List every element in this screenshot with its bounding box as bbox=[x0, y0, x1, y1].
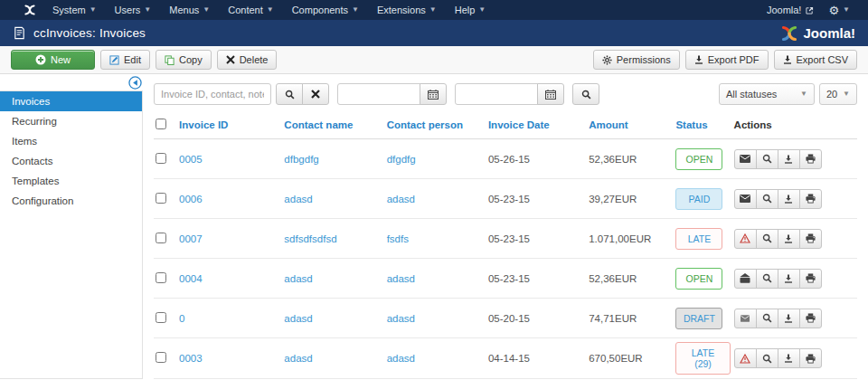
date-from-input[interactable] bbox=[337, 83, 420, 105]
delete-button[interactable]: Delete bbox=[217, 50, 278, 70]
search-input[interactable] bbox=[154, 83, 271, 105]
menu-help[interactable]: Help▼ bbox=[446, 5, 495, 15]
contact-name-link[interactable]: adasd bbox=[284, 353, 312, 364]
send-email-button[interactable] bbox=[734, 189, 757, 209]
status-badge[interactable]: OPEN bbox=[675, 268, 722, 290]
download-button[interactable] bbox=[778, 348, 800, 368]
contact-person-link[interactable]: adasd bbox=[387, 313, 415, 324]
preview-button[interactable] bbox=[756, 269, 778, 289]
invoice-amount: 52,36EUR bbox=[587, 139, 674, 179]
date-to-input[interactable] bbox=[455, 83, 538, 105]
gear-icon: ⚙ bbox=[828, 4, 839, 17]
date-search-button[interactable] bbox=[572, 83, 599, 105]
download-button[interactable] bbox=[778, 309, 800, 328]
download-icon bbox=[784, 234, 793, 243]
overdue-warning-button[interactable] bbox=[734, 229, 757, 249]
preview-button[interactable] bbox=[756, 229, 778, 249]
contact-name-link[interactable]: adasd bbox=[284, 273, 312, 284]
print-button[interactable] bbox=[799, 189, 822, 209]
invoice-id-link[interactable]: 0003 bbox=[179, 353, 203, 364]
sort-contact-person[interactable]: Contact person bbox=[387, 119, 463, 130]
status-badge[interactable]: DRAFT bbox=[675, 308, 722, 329]
menu-components[interactable]: Components▼ bbox=[283, 5, 368, 15]
preview-button[interactable] bbox=[756, 149, 778, 169]
menu-system[interactable]: System▼ bbox=[43, 5, 106, 15]
sidebar-collapse-button[interactable] bbox=[128, 76, 142, 90]
invoice-id-link[interactable]: 0006 bbox=[179, 194, 203, 204]
print-button[interactable] bbox=[799, 309, 822, 328]
row-checkbox[interactable] bbox=[156, 352, 166, 363]
x-icon bbox=[226, 55, 235, 64]
sort-invoice-id[interactable]: Invoice ID bbox=[179, 119, 228, 130]
contact-person-link[interactable]: adasd bbox=[387, 353, 415, 364]
print-button[interactable] bbox=[799, 348, 822, 368]
invoice-id-link[interactable]: 0005 bbox=[179, 154, 203, 165]
list-limit-select[interactable]: 20▼ bbox=[819, 83, 857, 105]
sort-contact-name[interactable]: Contact name bbox=[284, 119, 353, 130]
contact-name-link[interactable]: adasd bbox=[284, 313, 312, 324]
row-checkbox[interactable] bbox=[156, 193, 166, 204]
new-button[interactable]: New bbox=[11, 50, 95, 70]
contact-person-link[interactable]: adasd bbox=[387, 273, 415, 284]
sidebar-item-configuration[interactable]: Configuration bbox=[0, 191, 142, 211]
export-csv-button[interactable]: Export CSV bbox=[774, 50, 857, 70]
preview-button[interactable] bbox=[756, 189, 778, 209]
contact-person-link[interactable]: dfgdfg bbox=[387, 154, 416, 165]
permissions-button[interactable]: Permissions bbox=[593, 50, 680, 70]
contact-person-link[interactable]: adasd bbox=[387, 194, 415, 204]
status-badge[interactable]: PAID bbox=[675, 188, 722, 210]
view-site-link[interactable]: Joomla! bbox=[758, 5, 824, 15]
date-to-calendar-button[interactable] bbox=[537, 83, 564, 105]
status-badge[interactable]: OPEN bbox=[675, 148, 722, 170]
invoice-id-link[interactable]: 0 bbox=[179, 313, 184, 324]
download-button[interactable] bbox=[778, 269, 800, 289]
status-badge[interactable]: LATE bbox=[675, 228, 722, 250]
send-email-button[interactable] bbox=[734, 309, 757, 328]
date-from-calendar-button[interactable] bbox=[420, 83, 447, 105]
invoice-id-link[interactable]: 0004 bbox=[179, 273, 203, 284]
sidebar-item-items[interactable]: Items bbox=[0, 131, 142, 151]
contact-name-link[interactable]: dfbgdfg bbox=[284, 154, 318, 165]
menu-menus[interactable]: Menus▼ bbox=[160, 5, 219, 15]
menu-extensions[interactable]: Extensions▼ bbox=[368, 5, 446, 15]
export-pdf-button[interactable]: Export PDF bbox=[685, 50, 769, 70]
sort-invoice-date[interactable]: Invoice Date bbox=[488, 119, 550, 130]
select-all-checkbox[interactable] bbox=[156, 119, 166, 129]
email-sent-button[interactable] bbox=[734, 269, 757, 289]
edit-button[interactable]: Edit bbox=[100, 50, 150, 70]
preview-button[interactable] bbox=[756, 348, 778, 368]
status-badge[interactable]: LATE (29) bbox=[675, 342, 730, 375]
status-filter-select[interactable]: All statuses▼ bbox=[719, 83, 815, 105]
download-button[interactable] bbox=[778, 229, 800, 249]
print-button[interactable] bbox=[799, 229, 822, 249]
sort-amount[interactable]: Amount bbox=[589, 119, 627, 130]
table-row: 0 adasd adasd 05-20-15 74,71EUR DRAFT bbox=[154, 299, 857, 338]
send-email-button[interactable] bbox=[734, 149, 757, 169]
contact-name-link[interactable]: sdfsdfsdfsd bbox=[284, 233, 336, 244]
menu-users[interactable]: Users▼ bbox=[106, 5, 161, 15]
preview-button[interactable] bbox=[756, 309, 778, 328]
sidebar-item-recurring[interactable]: Recurring bbox=[0, 111, 142, 131]
download-button[interactable] bbox=[778, 149, 800, 169]
row-checkbox[interactable] bbox=[156, 272, 166, 283]
sort-status[interactable]: Status bbox=[675, 119, 707, 130]
clear-search-button[interactable] bbox=[302, 83, 329, 105]
row-checkbox[interactable] bbox=[156, 153, 166, 164]
contact-person-link[interactable]: fsdfs bbox=[387, 233, 409, 244]
contact-name-link[interactable]: adasd bbox=[284, 194, 312, 204]
sidebar-item-contacts[interactable]: Contacts bbox=[0, 151, 142, 171]
row-checkbox[interactable] bbox=[156, 312, 166, 323]
print-button[interactable] bbox=[799, 269, 822, 289]
search-button[interactable] bbox=[276, 83, 303, 105]
row-checkbox[interactable] bbox=[156, 233, 166, 243]
overdue-warning-button[interactable] bbox=[734, 348, 757, 368]
copy-button[interactable]: Copy bbox=[156, 50, 212, 70]
admin-settings-menu[interactable]: ⚙ ▼ bbox=[823, 4, 855, 17]
download-button[interactable] bbox=[778, 189, 800, 209]
main-panel: All statuses▼ 20▼ Invoice ID Contact nam… bbox=[143, 74, 868, 379]
sidebar-item-invoices[interactable]: Invoices bbox=[0, 91, 142, 111]
sidebar-item-templates[interactable]: Templates bbox=[0, 171, 142, 191]
invoice-id-link[interactable]: 0007 bbox=[179, 233, 203, 244]
print-button[interactable] bbox=[799, 149, 822, 169]
menu-content[interactable]: Content▼ bbox=[219, 5, 282, 15]
